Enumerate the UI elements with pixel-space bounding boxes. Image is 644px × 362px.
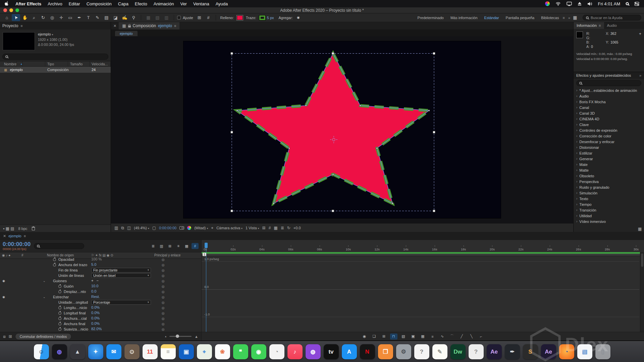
dock-messages[interactable]: ❝ — [233, 344, 248, 359]
parent-pickwhip-icon[interactable] — [162, 301, 165, 304]
timeline-zoom-slider[interactable] — [169, 336, 192, 337]
composition-viewer[interactable] — [111, 36, 573, 223]
effects-category-item[interactable]: › Vídeo inmersivo — [574, 219, 644, 224]
stopwatch-icon[interactable] — [58, 328, 64, 331]
effects-category-item[interactable]: › Texto — [574, 196, 644, 201]
project-search-input[interactable] — [2, 54, 108, 60]
stopwatch-icon[interactable] — [58, 306, 64, 309]
timeline-property-row[interactable]: Desplaz…nto 0.0 — [0, 289, 201, 294]
effects-category-item[interactable]: › Desenfocar y enfocar — [574, 139, 644, 144]
property-value[interactable]: 0.0% — [91, 305, 100, 309]
chevron-right-icon[interactable]: › — [576, 117, 577, 121]
workspace-tab[interactable]: Más información — [447, 16, 481, 20]
guides-icon[interactable]: ◫ — [127, 226, 131, 230]
trash-icon[interactable] — [32, 226, 35, 231]
stopwatch-icon[interactable] — [48, 280, 53, 283]
close-panel-icon[interactable]: ✕ — [113, 24, 116, 28]
display-color-icon[interactable] — [545, 1, 550, 6]
stopwatch-icon[interactable] — [53, 274, 58, 277]
zoom-tool[interactable]: ⌕ — [30, 14, 38, 21]
new-preset-icon[interactable]: ▦ — [638, 227, 642, 231]
dock-preview[interactable]: ▤ — [577, 344, 592, 359]
effects-category-item[interactable]: › Utilidad — [574, 213, 644, 219]
dock-netflix[interactable]: N — [360, 344, 375, 359]
dock-maps[interactable]: ⌖ — [197, 344, 212, 359]
graph-editor-button[interactable]: # — [192, 243, 199, 249]
effects-category-item[interactable]: › Clave — [574, 122, 644, 127]
timeline-property-row[interactable]: Longitud final 0.0% — [0, 310, 201, 316]
stopwatch-icon[interactable] — [58, 290, 64, 293]
frame-blending-button[interactable]: ✳ — [175, 243, 182, 249]
pen-tool[interactable]: ✒ — [75, 14, 84, 21]
fast-previews-icon[interactable]: ▦ — [274, 226, 277, 230]
chevron-right-icon[interactable]: › — [576, 180, 577, 183]
lock-icon[interactable] — [128, 25, 131, 27]
property-value[interactable]: 82.0% — [91, 327, 102, 331]
chevron-right-icon[interactable]: › — [576, 94, 577, 98]
dock-finder[interactable]: ☺ — [34, 344, 49, 359]
parent-pickwhip-icon[interactable] — [162, 290, 165, 294]
panel-menu-icon[interactable]: ≡ — [24, 234, 26, 238]
menu-item[interactable]: Animación — [154, 1, 174, 6]
dock-automator[interactable]: ⊙ — [124, 344, 140, 359]
effects-category-item[interactable]: › Matte — [574, 167, 644, 173]
property-value[interactable]: 5.0 — [91, 262, 96, 266]
fit-all-button[interactable]: ▦ — [419, 334, 427, 340]
viewer-timecode[interactable]: 0:00:00:00 — [159, 226, 176, 230]
parent-pickwhip-icon[interactable] — [162, 311, 165, 315]
active-camera-dropdown[interactable]: Cámara activa▾ — [216, 226, 243, 230]
chevron-right-icon[interactable]: › — [576, 168, 577, 172]
workspace-manager-icon[interactable]: ▦ — [571, 14, 579, 21]
timeline-property-row[interactable]: Anchura final 0.0% — [0, 321, 201, 326]
timeline-vertical-scrollbar[interactable] — [640, 252, 644, 332]
dock-help[interactable]: ? — [414, 344, 429, 359]
chevron-right-icon[interactable]: › — [576, 163, 577, 166]
menu-item[interactable]: Capa — [118, 1, 128, 6]
fill-color-swatch[interactable] — [237, 15, 243, 20]
chevron-right-icon[interactable]: › — [576, 185, 577, 189]
timeline-search-input[interactable] — [34, 243, 84, 249]
stroke-width-value[interactable]: 5 px — [267, 16, 274, 20]
hide-shy-layers-button[interactable]: ⊞ — [166, 243, 173, 249]
timeline-property-row[interactable]: Suaviza…nicio 82.0% — [0, 326, 201, 332]
timeline-property-row[interactable]: Fin de línea Fin proyectante — [0, 267, 201, 273]
dock-ink[interactable]: ✒ — [505, 344, 520, 359]
dock-calendar[interactable]: 11 — [143, 344, 158, 359]
type-tool[interactable]: T — [84, 14, 93, 21]
effects-category-item[interactable]: › Perspectiva — [574, 179, 644, 184]
playhead[interactable] — [206, 243, 206, 332]
graph-type-button[interactable]: ⊞ — [380, 334, 388, 340]
panel-menu-icon[interactable]: ≡ — [20, 24, 22, 28]
stopwatch-icon[interactable] — [58, 322, 64, 325]
dock-mail[interactable]: ✉ — [106, 344, 121, 359]
effects-category-item[interactable]: › Ruido y granulado — [574, 184, 644, 190]
parent-pickwhip-icon[interactable] — [162, 322, 165, 326]
workspace-tab[interactable]: Estándar — [481, 16, 502, 20]
snap-checkbox[interactable] — [177, 16, 181, 19]
menu-item[interactable]: Ventana — [193, 1, 209, 6]
menu-item[interactable]: Archivo — [48, 1, 62, 6]
chevron-right-icon[interactable]: › — [576, 214, 577, 218]
region-of-interest-icon[interactable]: ⌖ — [211, 226, 213, 230]
parent-pickwhip-icon[interactable] — [162, 274, 165, 278]
parent-pickwhip-icon[interactable] — [162, 317, 165, 320]
info-panel-tab[interactable]: Información≡ — [574, 22, 604, 29]
parent-pickwhip-icon[interactable] — [162, 295, 165, 299]
property-value[interactable]: 0.0 — [91, 289, 96, 293]
app-menu[interactable]: After Effects — [15, 1, 41, 6]
channel-swatch-icon[interactable] — [187, 226, 191, 230]
fill-label[interactable]: Relleno: — [220, 16, 234, 20]
dock-after-effects-2[interactable]: Ae — [541, 344, 556, 359]
ease-in-button[interactable]: ╱ — [458, 334, 466, 340]
chevron-right-icon[interactable]: › — [576, 100, 577, 104]
workspace-tab[interactable]: Bibliotecas — [538, 16, 562, 20]
chevron-right-icon[interactable]: › — [576, 106, 577, 109]
separate-dimensions-button[interactable]: ≡ — [429, 334, 436, 340]
dock-facetime[interactable]: ◉ — [251, 344, 266, 359]
rotate-tool[interactable]: ↻ — [39, 14, 47, 21]
timeline-property-row[interactable]: ⌄ Estrechar Rest. — [0, 294, 201, 300]
project-item-row[interactable]: ▦ejemplo Composición 24 — [0, 67, 111, 73]
apple-menu[interactable] — [5, 1, 9, 7]
selected-item-name[interactable]: ejemplo▾ — [38, 32, 74, 36]
eject-icon[interactable] — [578, 2, 582, 6]
